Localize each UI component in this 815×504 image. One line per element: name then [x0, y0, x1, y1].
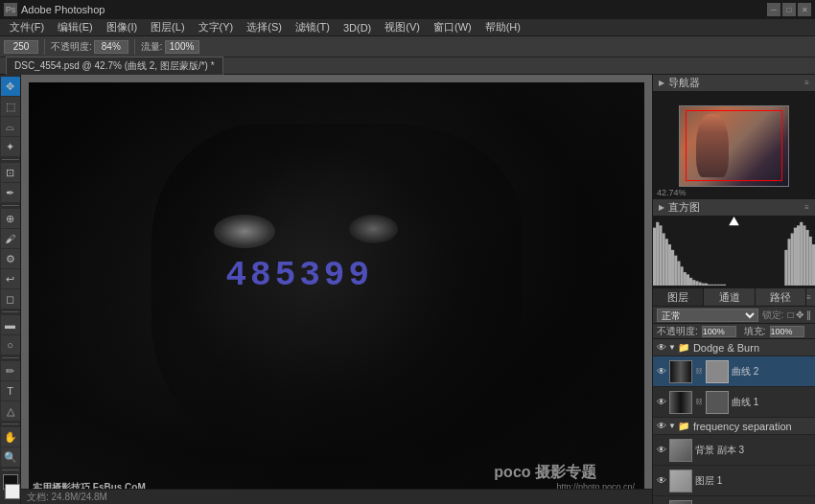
history-brush-tool[interactable]: ↩ [1, 269, 20, 288]
navigator-title: 导航器 [668, 76, 700, 90]
layers-opacity-row: 不透明度: 填充: [653, 324, 815, 339]
heal-tool[interactable]: ⊕ [1, 209, 20, 228]
svg-rect-16 [702, 284, 705, 286]
menu-window[interactable]: 窗口(W) [428, 19, 477, 35]
hand-tool[interactable]: ✋ [1, 427, 20, 447]
toolbar-sep-4 [2, 357, 19, 358]
close-button[interactable]: ✕ [798, 3, 811, 16]
menu-help[interactable]: 帮助(H) [479, 19, 526, 35]
layer-name-bg3: 背景 副本 3 [695, 444, 811, 457]
layers-menu-icon[interactable]: ≡ [806, 293, 811, 302]
histogram-collapse-icon[interactable]: ▶ [659, 203, 664, 212]
fill-label: 填充: [744, 325, 766, 338]
menu-select[interactable]: 选择(S) [241, 19, 288, 35]
layer-bg-copy2[interactable]: 👁 背景 副本 2 [653, 496, 815, 504]
layer-name-curve2: 曲线 2 [732, 365, 811, 378]
navigator-panel: ▶ 导航器 ≡ 42.74% [653, 75, 815, 199]
title-bar: Ps Adobe Photoshop ─ □ ✕ [0, 0, 815, 19]
menu-layer[interactable]: 图层(L) [145, 19, 190, 35]
layer-vis-icon-2[interactable]: 👁 [657, 445, 666, 455]
svg-rect-24 [784, 250, 787, 286]
erase-tool[interactable]: ◻ [1, 289, 20, 309]
layer-bg-copy3[interactable]: 👁 背景 副本 3 [653, 435, 815, 466]
clone-tool[interactable]: ⚙ [1, 249, 20, 268]
menu-file[interactable]: 文件(F) [4, 19, 50, 35]
watermark-poco: poco 摄影专题 [494, 463, 596, 483]
toolbar-sep-5 [2, 424, 19, 424]
group-arrow-icon-2: ▼ [668, 422, 676, 430]
group-vis-icon-2[interactable]: 👁 [657, 421, 666, 431]
toolbar-sep-2 [2, 205, 19, 206]
navigator-menu-icon[interactable]: ≡ [804, 79, 809, 87]
nav-thumb-image [679, 105, 789, 187]
dodge-tool[interactable]: ○ [1, 335, 20, 355]
tab-channels[interactable]: 通道 [704, 288, 755, 306]
menu-3d[interactable]: 3D(D) [338, 21, 377, 34]
flow-item: 流量: [141, 40, 199, 54]
menu-view[interactable]: 视图(V) [379, 19, 426, 35]
menu-text[interactable]: 文字(Y) [193, 19, 240, 35]
main-layout: ✥ ⬚ ⌓ ✦ ⊡ ✒ ⊕ 🖌 ⚙ ↩ ◻ ▬ ○ ✏ T △ ✋ 🔍 [0, 75, 815, 504]
magic-wand-tool[interactable]: ✦ [1, 137, 20, 156]
text-tool[interactable]: T [1, 381, 20, 401]
separator-1 [44, 39, 45, 55]
maximize-button[interactable]: □ [782, 3, 796, 16]
brush-tool[interactable]: 🖌 [1, 229, 20, 248]
tab-layers[interactable]: 图层 [653, 288, 704, 306]
layer-curve-2[interactable]: 👁 ⛓ 曲线 2 [653, 356, 815, 387]
svg-rect-6 [671, 250, 674, 286]
shape-tool[interactable]: △ [1, 401, 20, 421]
lasso-tool[interactable]: ⌓ [1, 117, 20, 136]
toolbar-sep-6 [2, 470, 19, 470]
svg-rect-7 [674, 256, 677, 286]
histogram-content [653, 217, 815, 286]
select-tool[interactable]: ⬚ [1, 97, 20, 116]
move-tool[interactable]: ✥ [1, 77, 20, 96]
svg-rect-8 [677, 261, 680, 286]
status-doc-info: 文档: 24.8M/24.8M [27, 491, 107, 504]
document-tab[interactable]: DSC_4554.psd @ 42.7% (曲线 2, 图层蒙版/*) * [6, 57, 223, 75]
left-toolbar: ✥ ⬚ ⌓ ✦ ⊡ ✒ ⊕ 🖌 ⚙ ↩ ◻ ▬ ○ ✏ T △ ✋ 🔍 [0, 75, 21, 504]
svg-rect-2 [659, 225, 662, 286]
svg-rect-17 [705, 284, 708, 286]
layer-group-dodge-burn[interactable]: 👁 ▼ 📁 Dodge & Burn [653, 339, 815, 356]
layer-layer1[interactable]: 👁 图层 1 [653, 466, 815, 496]
svg-rect-32 [809, 237, 812, 286]
layer-vis-icon-3[interactable]: 👁 [657, 475, 666, 486]
fill-input[interactable] [770, 326, 804, 337]
menu-bar: 文件(F) 编辑(E) 图像(I) 图层(L) 文字(Y) 选择(S) 滤镜(T… [0, 19, 815, 36]
opacity-input[interactable] [94, 40, 128, 54]
toolbar-sep-3 [2, 311, 19, 312]
navigator-collapse-icon[interactable]: ▶ [659, 79, 664, 87]
blend-mode-select[interactable]: 正常 [657, 309, 758, 322]
canvas-area[interactable]: 485399 实用摄影技巧 FsBus.CoM poco 摄影专题 http:/… [21, 75, 652, 504]
minimize-button[interactable]: ─ [767, 3, 780, 16]
group-vis-icon[interactable]: 👁 [657, 342, 666, 353]
group-arrow-icon: ▼ [668, 343, 676, 352]
layer-link-icon-1: ⛓ [695, 398, 703, 406]
brush-size-input[interactable] [4, 40, 38, 54]
layers-list: 👁 ▼ 📁 Dodge & Burn 👁 ⛓ 曲线 2 👁 [653, 339, 815, 504]
gradient-tool[interactable]: ▬ [1, 315, 20, 334]
histogram-menu-icon[interactable]: ≡ [804, 203, 809, 212]
layer-vis-icon[interactable]: 👁 [657, 366, 666, 377]
layers-panel-controls: ≡ [806, 288, 815, 306]
histogram-panel: ▶ 直方图 ≡ [653, 199, 815, 286]
crop-tool[interactable]: ⊡ [1, 163, 20, 182]
eyedrop-tool[interactable]: ✒ [1, 183, 20, 202]
menu-image[interactable]: 图像(I) [101, 19, 143, 35]
opacity-input[interactable] [702, 326, 736, 337]
background-color[interactable] [5, 484, 20, 499]
svg-rect-29 [800, 222, 803, 286]
layer-vis-icon-1[interactable]: 👁 [657, 397, 666, 407]
svg-rect-10 [684, 272, 687, 286]
zoom-tool[interactable]: 🔍 [1, 447, 20, 467]
flow-input[interactable] [165, 40, 199, 54]
menu-edit[interactable]: 编辑(E) [52, 19, 99, 35]
menu-filter[interactable]: 滤镜(T) [290, 19, 336, 35]
layer-curve-1[interactable]: 👁 ⛓ 曲线 1 [653, 387, 815, 418]
tab-paths[interactable]: 路径 [756, 288, 806, 306]
layer-mask-curve1 [706, 391, 729, 414]
layer-group-freq-sep[interactable]: 👁 ▼ 📁 frequency separation [653, 418, 815, 435]
pen-tool[interactable]: ✏ [1, 361, 20, 380]
